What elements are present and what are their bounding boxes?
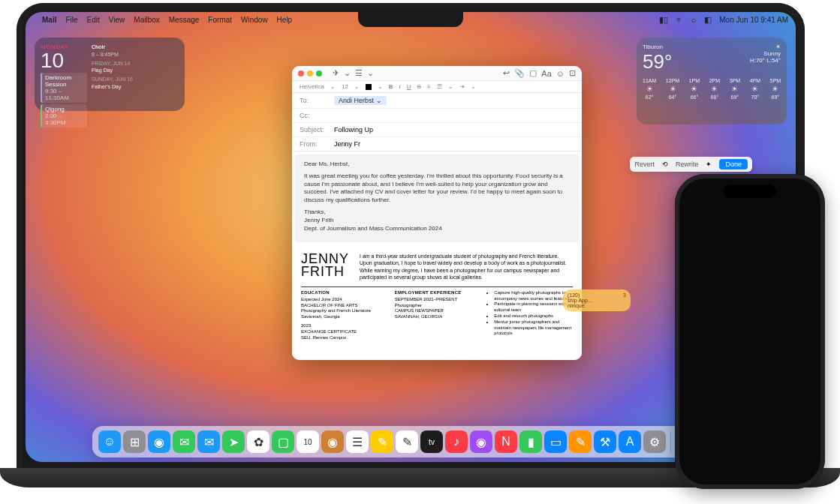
photo-browser-icon[interactable]: ⊡ <box>569 68 576 78</box>
recipient-pill[interactable]: Andi Herbst ⌄ <box>334 96 387 105</box>
revert-button[interactable]: Revert <box>634 160 655 168</box>
emoji-icon[interactable]: ☺ <box>556 69 565 78</box>
weather-hour: 3PM☀69° <box>730 78 740 100</box>
menu-edit[interactable]: Edit <box>87 16 100 24</box>
calendar-upcoming-item: Father's Day <box>92 83 179 91</box>
dock-numbers[interactable]: ▮ <box>519 430 542 453</box>
dock-settings[interactable]: ⚙ <box>643 430 666 453</box>
dock-pages[interactable]: ✎ <box>569 430 592 453</box>
text-color-swatch[interactable] <box>366 84 372 90</box>
control-center-icon[interactable]: ◧ <box>704 15 712 25</box>
bold-button[interactable]: B <box>389 83 393 90</box>
dock-separator <box>670 431 671 452</box>
send-icon[interactable]: ✈ <box>333 68 339 78</box>
format-icon[interactable]: Aa <box>541 69 551 78</box>
from-label: From: <box>300 140 330 148</box>
menubar-clock[interactable]: Mon Jun 10 9:41 AM <box>719 16 788 24</box>
done-button[interactable]: Done <box>719 159 748 170</box>
dock-contacts[interactable]: ◉ <box>321 430 344 453</box>
chevron-down-icon[interactable]: ⌄ <box>367 68 374 78</box>
picture-icon[interactable]: ▢ <box>529 68 537 78</box>
weather-hour: 4PM☀70° <box>750 78 760 100</box>
dock-facetime[interactable]: ▢ <box>272 430 294 453</box>
notification-stack[interactable]: 3 (120) ship App… ninique <box>563 290 631 314</box>
cv-bio: I am a third-year student undergraduate … <box>360 253 573 280</box>
dock-launchpad[interactable]: ⊞ <box>123 430 146 453</box>
subject-field[interactable]: Following Up <box>334 126 373 134</box>
cv-education-heading: EDUCATION <box>301 290 386 295</box>
app-menu[interactable]: Mail <box>42 16 56 24</box>
to-label: To: <box>300 97 330 104</box>
calendar-upcoming-item: Flag Day <box>92 67 179 74</box>
wifi-icon[interactable]: ᯤ <box>676 15 684 24</box>
italic-button[interactable]: I <box>399 83 401 90</box>
dock-messages[interactable]: ✉ <box>173 430 195 453</box>
chevron-down-icon[interactable]: ⌄ <box>344 68 351 78</box>
header-fields-icon[interactable]: ☰ <box>355 68 363 78</box>
notification-badge: 3 <box>623 292 626 298</box>
dock-finder[interactable]: ☺ <box>98 430 121 453</box>
menu-message[interactable]: Message <box>169 16 200 24</box>
indent-icon[interactable]: ⇥ <box>459 83 465 90</box>
dock-safari[interactable]: ◉ <box>148 430 170 453</box>
dock-xcode[interactable]: ⚒ <box>594 430 616 453</box>
dynamic-island <box>724 184 776 198</box>
dock-appstore[interactable]: A <box>619 430 641 453</box>
weather-hour: 2PM☀68° <box>709 78 720 100</box>
weather-hour: 12PM☀64° <box>666 78 679 100</box>
dock-news[interactable]: N <box>495 430 517 453</box>
cc-label: Cc: <box>300 112 330 119</box>
dock-calendar[interactable]: 10 <box>297 430 319 453</box>
weather-temperature: 59° <box>643 50 672 74</box>
window-zoom-button[interactable] <box>316 70 322 76</box>
dock-keynote[interactable]: ▭ <box>544 430 567 453</box>
attachment-preview: JENNY FRITH I am a third-year student un… <box>292 245 582 360</box>
strike-button[interactable]: S <box>417 83 421 90</box>
menu-mailbox[interactable]: Mailbox <box>134 16 159 24</box>
dock-maps[interactable]: ➤ <box>222 430 245 453</box>
dock-music[interactable]: ♪ <box>445 430 468 453</box>
dock: ☺⊞◉✉✉➤✿▢10◉☰✎✎tv♪◉N▮▭✎⚒A⚙⬇🗑 <box>92 426 729 458</box>
rewrite-button[interactable]: Rewrite <box>676 160 699 168</box>
underline-button[interactable]: U <box>407 83 411 90</box>
window-minimize-button[interactable] <box>307 70 313 76</box>
cv-name: FRITH <box>301 266 349 278</box>
font-size[interactable]: 12 <box>342 83 348 90</box>
dock-photos[interactable]: ✿ <box>247 430 269 453</box>
dock-notes[interactable]: ✎ <box>371 430 393 453</box>
rewrite-icon: ✦ <box>706 160 712 168</box>
dock-mail[interactable]: ✉ <box>197 430 220 453</box>
list-icon[interactable]: ☰ <box>437 83 442 90</box>
menu-format[interactable]: Format <box>208 16 232 24</box>
calendar-date-header: FRIDAY, JUN 14 <box>92 60 179 68</box>
dock-reminders[interactable]: ☰ <box>346 430 369 453</box>
font-picker[interactable]: Helvetica <box>300 83 324 90</box>
menu-help[interactable]: Help <box>277 16 293 24</box>
format-bar: Helvetica ⌄ 12 ⌄ ⌄ B I U S ≡ ☰ ⌄ ⇥ ⌄ <box>292 81 582 93</box>
compose-toolbar: ✈ ⌄ ☰ ⌄ ↩ 📎 ▢ Aa ☺ ⊡ <box>292 66 582 81</box>
weather-hourly: 11AM☀62°12PM☀64°1PM☀66°2PM☀68°3PM☀69°4PM… <box>643 78 781 100</box>
attach-icon[interactable]: 📎 <box>514 68 525 78</box>
battery-icon[interactable]: ▮▯ <box>659 15 668 25</box>
window-close-button[interactable] <box>298 70 304 76</box>
align-icon[interactable]: ≡ <box>427 83 431 90</box>
weather-hour: 1PM☀66° <box>689 78 700 100</box>
cv-employment-heading: EMPLOYMENT EXPERIENCE <box>395 290 480 295</box>
dock-freeform[interactable]: ✎ <box>396 430 418 453</box>
menu-file[interactable]: File <box>65 16 77 24</box>
dock-tv[interactable]: tv <box>420 430 443 453</box>
calendar-event: Darkroom Session 9:30 – 11:30AM <box>41 73 87 103</box>
menu-window[interactable]: Window <box>241 16 268 24</box>
message-body[interactable]: Dear Ms. Herbst, It was great meeting yo… <box>295 154 579 242</box>
weather-widget[interactable]: Tiburon 59° ☀ Sunny H:70° L:54° 11AM☀62°… <box>637 38 787 124</box>
reply-icon[interactable]: ↩ <box>503 68 510 78</box>
writing-tools-popover: Revert ⟲ Rewrite ✦ Done <box>630 157 752 172</box>
weather-condition: Sunny <box>750 50 781 57</box>
dock-podcasts[interactable]: ◉ <box>470 430 492 453</box>
notification-item[interactable]: 3 (120) ship App… ninique <box>563 290 631 311</box>
menu-view[interactable]: View <box>109 16 125 24</box>
chevron-down-icon[interactable]: ⌄ <box>376 97 382 104</box>
search-icon[interactable]: ⌕ <box>691 15 697 24</box>
from-field[interactable]: Jenny Fr <box>334 140 360 148</box>
calendar-widget[interactable]: MONDAY 10 Darkroom Session 9:30 – 11:30A… <box>35 38 185 111</box>
